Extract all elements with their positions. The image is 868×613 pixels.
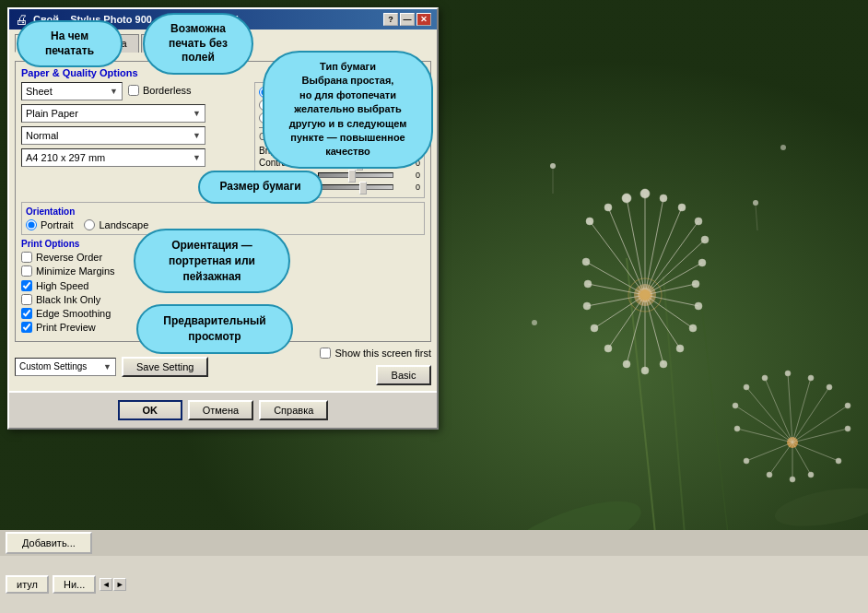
source-arrow: ▼ <box>110 87 118 96</box>
svg-point-12 <box>622 194 631 203</box>
svg-point-51 <box>753 200 758 206</box>
svg-point-30 <box>689 324 697 332</box>
taskbar-bottom-row: итул Ни... ◄ ► <box>0 556 868 613</box>
saturation-slider[interactable] <box>318 172 393 178</box>
paper-size-arrow: ▼ <box>193 153 201 162</box>
annotation-bubble-6: Предварительный просмотр <box>136 304 293 354</box>
ok-button[interactable]: OK <box>118 400 182 420</box>
main-buttons-row: OK Отмена Справка <box>9 391 437 428</box>
show-screen-first-checkbox[interactable] <box>320 348 331 359</box>
source-row: Sheet ▼ Borderless <box>21 82 247 100</box>
svg-point-28 <box>695 302 702 310</box>
svg-point-54 <box>532 320 537 325</box>
svg-point-69 <box>845 403 850 408</box>
svg-point-59 <box>744 384 749 390</box>
edge-smoothing-checkbox[interactable] <box>21 308 32 319</box>
save-setting-button[interactable]: Save Setting <box>122 357 208 377</box>
quality-row: Normal ▼ <box>21 126 247 145</box>
scroll-right-button[interactable]: ► <box>113 578 126 591</box>
media-type-row: Plain Paper ▼ <box>21 104 247 123</box>
annotation-bubble-4: Размер бумаги <box>198 171 323 204</box>
svg-point-53 <box>780 145 786 150</box>
svg-point-46 <box>584 280 592 288</box>
reverse-order-checkbox[interactable] <box>21 252 32 263</box>
sharpness-slider[interactable] <box>318 184 393 190</box>
svg-point-85 <box>733 403 738 408</box>
orientation-label: Orientation <box>26 206 420 217</box>
taskbar-tab-2[interactable]: Ни... <box>53 575 96 594</box>
svg-point-16 <box>660 195 667 202</box>
svg-point-77 <box>790 477 795 482</box>
svg-point-56 <box>639 289 651 301</box>
footer-left: Custom Settings ▼ Save Setting <box>15 357 208 377</box>
annotation-bubble-5: Ориентация — портретная или пейзажная <box>134 229 290 293</box>
show-screen-first-row: Show this screen first <box>320 348 431 359</box>
svg-point-40 <box>604 345 612 352</box>
portrait-radio-item: Portrait <box>26 219 73 230</box>
svg-point-18 <box>678 204 686 211</box>
media-type-select[interactable]: Plain Paper ▼ <box>21 104 205 123</box>
svg-point-36 <box>641 367 649 374</box>
add-button[interactable]: Добавить... <box>6 532 92 554</box>
svg-point-67 <box>827 384 832 390</box>
svg-point-63 <box>785 371 791 376</box>
annotation-bubble-1: На чем печатать <box>17 20 123 67</box>
minimize-margins-checkbox[interactable] <box>21 265 32 277</box>
annotation-bubble-3: Тип бумаги Выбрана простая, но для фотоп… <box>263 51 433 169</box>
help-dialog-button[interactable]: Справка <box>259 400 328 420</box>
media-type-arrow: ▼ <box>193 109 201 118</box>
paper-size-row: A4 210 x 297 mm ▼ <box>21 148 247 167</box>
svg-point-81 <box>744 458 749 464</box>
footer-right: Show this screen first Basic <box>320 348 431 385</box>
cancel-button[interactable]: Отмена <box>188 400 253 420</box>
svg-point-48 <box>582 258 590 265</box>
scroll-left-button[interactable]: ◄ <box>100 578 112 591</box>
print-preview-checkbox[interactable] <box>21 322 32 333</box>
scroll-area: ◄ ► <box>100 578 126 591</box>
source-select[interactable]: Sheet ▼ <box>21 82 123 100</box>
high-speed-checkbox[interactable] <box>21 280 32 291</box>
svg-point-38 <box>623 360 630 368</box>
svg-point-26 <box>692 280 699 288</box>
svg-point-73 <box>836 458 841 464</box>
close-button[interactable]: ✕ <box>416 13 431 26</box>
help-button[interactable]: ? <box>383 13 398 26</box>
landscape-radio[interactable] <box>84 219 95 230</box>
taskbar: Добавить... итул Ни... ◄ ► <box>0 530 868 613</box>
svg-point-10 <box>604 204 612 211</box>
svg-point-22 <box>701 236 709 243</box>
svg-point-32 <box>676 345 684 352</box>
svg-point-79 <box>767 472 772 477</box>
landscape-radio-item: Landscape <box>84 219 148 230</box>
borderless-checkbox[interactable] <box>128 85 139 96</box>
svg-point-14 <box>640 189 650 198</box>
svg-point-20 <box>695 218 702 225</box>
portrait-radio[interactable] <box>26 219 37 230</box>
svg-point-65 <box>808 375 814 381</box>
custom-settings-select[interactable]: Custom Settings ▼ <box>15 358 116 376</box>
quality-select[interactable]: Normal ▼ <box>21 126 205 145</box>
svg-point-24 <box>698 259 706 266</box>
taskbar-top-row: Добавить... <box>0 530 868 556</box>
black-ink-checkbox[interactable] <box>21 294 32 305</box>
svg-point-44 <box>583 302 591 310</box>
quality-arrow: ▼ <box>193 131 201 140</box>
svg-point-8 <box>586 218 593 225</box>
svg-point-83 <box>734 426 740 431</box>
basic-button[interactable]: Basic <box>376 365 431 385</box>
borderless-row: Borderless <box>128 85 192 96</box>
minimize-button[interactable]: — <box>400 13 415 26</box>
annotation-bubble-2: Возможна печать без полей <box>143 13 253 75</box>
titlebar-buttons: ? — ✕ <box>383 13 431 26</box>
svg-point-61 <box>762 375 768 381</box>
svg-point-71 <box>845 426 850 431</box>
svg-point-75 <box>808 472 814 477</box>
svg-point-42 <box>591 324 598 332</box>
taskbar-tab-1[interactable]: итул <box>6 575 49 594</box>
svg-point-34 <box>660 360 667 368</box>
svg-point-49 <box>550 163 556 169</box>
paper-size-select[interactable]: A4 210 x 297 mm ▼ <box>21 148 205 167</box>
